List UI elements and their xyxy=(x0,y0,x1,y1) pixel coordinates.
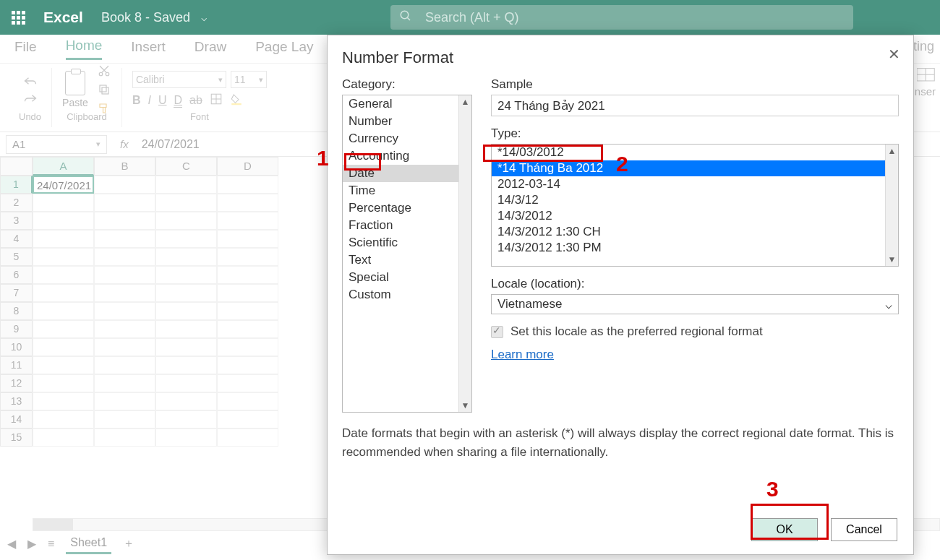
cell[interactable] xyxy=(217,374,278,392)
fx-icon[interactable]: fx xyxy=(120,138,129,150)
row-header[interactable]: 14 xyxy=(0,410,33,428)
cell[interactable] xyxy=(217,302,278,320)
cell[interactable] xyxy=(217,284,278,302)
tab-draw[interactable]: Draw xyxy=(195,39,226,59)
row-header[interactable]: 7 xyxy=(0,284,33,302)
chevron-down-icon[interactable]: ⌵ xyxy=(201,12,207,23)
cell[interactable] xyxy=(94,356,155,374)
cut-icon[interactable] xyxy=(97,64,111,78)
formula-content[interactable]: 24/07/2021 xyxy=(142,138,200,151)
tab-file[interactable]: File xyxy=(14,39,37,59)
document-name[interactable]: Book 8 - Saved xyxy=(101,10,190,25)
insert-cells-icon[interactable] xyxy=(917,68,936,87)
cell[interactable] xyxy=(33,302,94,320)
cell[interactable] xyxy=(33,194,94,212)
cell[interactable] xyxy=(217,410,278,428)
cell[interactable] xyxy=(155,230,217,248)
column-header[interactable]: D xyxy=(217,157,278,176)
row-header[interactable]: 1 xyxy=(0,176,33,194)
bold-button[interactable]: B xyxy=(132,94,141,107)
cell[interactable] xyxy=(94,212,155,230)
column-header[interactable]: C xyxy=(155,157,217,176)
row-header[interactable]: 11 xyxy=(0,356,33,374)
row-header[interactable]: 6 xyxy=(0,266,33,284)
type-item[interactable]: 14/3/12 xyxy=(492,192,898,208)
cell[interactable] xyxy=(217,194,278,212)
copy-icon[interactable] xyxy=(97,82,111,97)
cell[interactable] xyxy=(155,410,217,428)
cell[interactable] xyxy=(217,248,278,266)
cell[interactable] xyxy=(94,194,155,212)
redo-icon[interactable] xyxy=(23,91,38,105)
name-box[interactable]: A1▾ xyxy=(6,135,107,154)
cell[interactable] xyxy=(94,392,155,410)
column-header[interactable]: B xyxy=(94,157,155,176)
cell[interactable] xyxy=(217,338,278,356)
sheet-tab[interactable]: Sheet1 xyxy=(66,533,111,554)
cell[interactable] xyxy=(155,176,217,194)
row-header[interactable]: 12 xyxy=(0,374,33,392)
select-all-corner[interactable] xyxy=(0,157,33,176)
type-item[interactable]: 2012-03-14 xyxy=(492,176,898,192)
locale-select[interactable]: Vietnamese ⌵ xyxy=(491,294,899,314)
fill-color-button[interactable] xyxy=(230,92,243,108)
add-sheet-icon[interactable]: ＋ xyxy=(123,536,134,551)
cell[interactable] xyxy=(155,194,217,212)
app-launcher-icon[interactable] xyxy=(7,7,29,28)
row-header[interactable]: 2 xyxy=(0,194,33,212)
category-list[interactable]: General Number Currency Accounting Date … xyxy=(342,95,472,413)
cell[interactable] xyxy=(94,284,155,302)
search-bar[interactable]: Search (Alt + Q) xyxy=(390,5,853,30)
type-item[interactable]: 14/3/2012 1:30 CH xyxy=(492,224,898,240)
cell[interactable] xyxy=(33,248,94,266)
cell[interactable] xyxy=(33,284,94,302)
cell[interactable] xyxy=(94,374,155,392)
cell[interactable] xyxy=(155,266,217,284)
paste-icon[interactable] xyxy=(65,71,85,95)
tab-page-layout[interactable]: Page Lay xyxy=(255,39,313,59)
type-item-selected[interactable]: *14 Tháng Ba 2012 xyxy=(492,160,898,176)
row-header[interactable]: 15 xyxy=(0,428,33,447)
cell[interactable] xyxy=(155,428,217,447)
category-item[interactable]: General xyxy=(343,95,471,113)
border-button[interactable] xyxy=(210,92,223,108)
cell[interactable] xyxy=(94,176,155,194)
type-list[interactable]: *14/03/2012 *14 Tháng Ba 2012 2012-03-14… xyxy=(491,144,899,267)
cell[interactable] xyxy=(155,338,217,356)
all-sheets-icon[interactable]: ≡ xyxy=(48,538,54,551)
category-item[interactable]: Fraction xyxy=(343,217,471,234)
cell[interactable] xyxy=(94,230,155,248)
locale-preferred-checkbox[interactable] xyxy=(491,326,503,338)
underline-button[interactable]: U xyxy=(158,94,167,107)
strikethrough-button[interactable]: ab xyxy=(189,94,202,107)
cell[interactable] xyxy=(33,428,94,447)
tab-insert[interactable]: Insert xyxy=(131,39,166,59)
cell[interactable] xyxy=(155,284,217,302)
cell[interactable] xyxy=(33,374,94,392)
tab-home[interactable]: Home xyxy=(66,38,103,60)
cell[interactable] xyxy=(33,338,94,356)
row-header[interactable]: 13 xyxy=(0,392,33,410)
row-header[interactable]: 5 xyxy=(0,248,33,266)
cell[interactable] xyxy=(155,356,217,374)
cell[interactable] xyxy=(94,266,155,284)
cell[interactable] xyxy=(33,410,94,428)
cell[interactable] xyxy=(33,212,94,230)
row-header[interactable]: 8 xyxy=(0,302,33,320)
font-size-select[interactable]: 11▾ xyxy=(231,71,267,88)
cell[interactable] xyxy=(33,356,94,374)
column-header[interactable]: A xyxy=(33,157,94,176)
category-item[interactable]: Number xyxy=(343,113,471,130)
row-header[interactable]: 9 xyxy=(0,320,33,338)
cell[interactable] xyxy=(155,212,217,230)
cell[interactable] xyxy=(155,302,217,320)
category-item[interactable]: Time xyxy=(343,182,471,199)
category-item[interactable]: Currency xyxy=(343,130,471,147)
cancel-button[interactable]: Cancel xyxy=(831,518,897,541)
cell[interactable] xyxy=(217,230,278,248)
undo-icon[interactable] xyxy=(23,74,38,88)
cell[interactable] xyxy=(33,320,94,338)
cell[interactable] xyxy=(217,212,278,230)
cell[interactable] xyxy=(155,248,217,266)
type-scrollbar[interactable]: ▲▼ xyxy=(885,145,898,266)
